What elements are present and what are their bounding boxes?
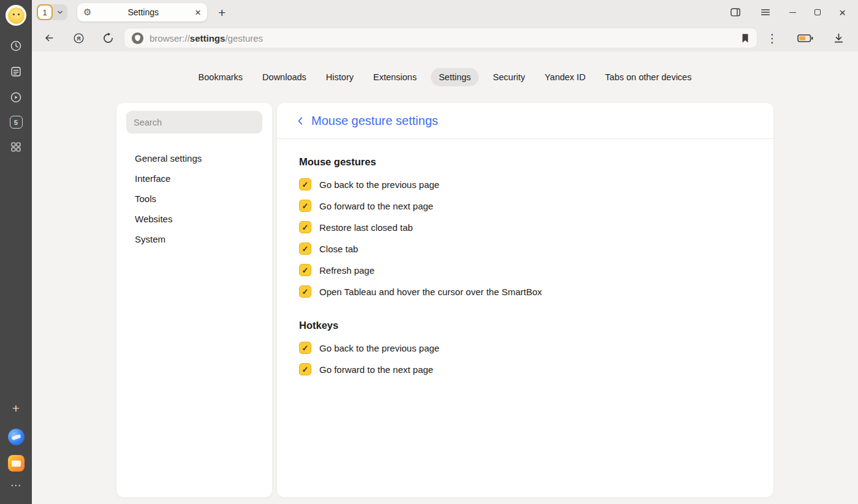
media-play-icon[interactable]: [9, 90, 23, 105]
checkbox-checked-icon[interactable]: ✓: [299, 363, 311, 375]
checkbox-checked-icon[interactable]: ✓: [299, 285, 311, 298]
url-host: settings: [190, 33, 226, 43]
option-row-go-back-to-the-previous-page[interactable]: ✓Go back to the previous page: [299, 342, 751, 354]
new-tab-button[interactable]: +: [218, 6, 226, 19]
checkbox-checked-icon[interactable]: ✓: [299, 264, 311, 276]
feed-icon[interactable]: [9, 64, 23, 79]
browser-toolbar: Я browser://settings/gestures ⋮: [32, 24, 858, 51]
option-label: Restore last closed tab: [319, 222, 413, 233]
tab-strip: 1 ⚙ Settings × + ×: [32, 0, 858, 24]
chevron-left-icon[interactable]: [295, 116, 306, 126]
back-button[interactable]: [40, 29, 58, 47]
option-label: Go back to the previous page: [319, 343, 439, 353]
address-bar[interactable]: browser://settings/gestures: [124, 28, 757, 48]
option-label: Close tab: [319, 244, 358, 254]
tab-group-badge[interactable]: 1: [37, 4, 53, 20]
option-row-go-forward-to-the-next-page[interactable]: ✓Go forward to the next page: [299, 363, 751, 375]
settings-page: BookmarksDownloadsHistoryExtensionsSetti…: [32, 51, 858, 504]
settings-panels: General settingsInterfaceToolsWebsitesSy…: [32, 103, 858, 504]
settings-category-interface[interactable]: Interface: [126, 168, 262, 189]
nav-item-settings[interactable]: Settings: [431, 68, 479, 86]
option-row-refresh-page[interactable]: ✓Refresh page: [299, 264, 751, 276]
checkbox-checked-icon[interactable]: ✓: [299, 178, 311, 190]
bookmark-icon[interactable]: [741, 33, 750, 43]
more-options-icon[interactable]: ⋮: [764, 29, 781, 47]
sidebar-rail: 5 + ⋯: [0, 0, 32, 504]
settings-category-general-settings[interactable]: General settings: [126, 148, 262, 168]
browser-window: 5 + ⋯ 1 ⚙ Settings × +: [0, 0, 858, 504]
checkbox-checked-icon[interactable]: ✓: [299, 243, 311, 255]
nav-item-yandex-id[interactable]: Yandex ID: [539, 68, 591, 86]
nav-item-downloads[interactable]: Downloads: [257, 68, 312, 86]
option-row-go-forward-to-the-next-page[interactable]: ✓Go forward to the next page: [299, 200, 751, 212]
minimize-button[interactable]: [789, 12, 796, 13]
nav-item-extensions[interactable]: Extensions: [368, 68, 422, 86]
menu-icon[interactable]: [760, 7, 771, 18]
option-label: Go forward to the next page: [319, 364, 433, 375]
settings-category-websites[interactable]: Websites: [126, 209, 262, 229]
close-tab-icon[interactable]: ×: [195, 7, 201, 18]
section-heading: Mouse gestures: [299, 156, 751, 168]
download-icon[interactable]: [830, 29, 847, 47]
settings-category-list: General settingsInterfaceToolsWebsitesSy…: [126, 148, 262, 249]
search-input[interactable]: [126, 111, 262, 134]
apps-grid-icon[interactable]: [9, 140, 23, 154]
settings-top-nav: BookmarksDownloadsHistoryExtensionsSetti…: [32, 51, 858, 103]
page-title: Mouse gesture settings: [311, 114, 438, 128]
battery-icon[interactable]: [797, 29, 814, 47]
avatar-image: [8, 7, 25, 24]
rail-more-icon[interactable]: ⋯: [9, 478, 23, 492]
tab-group-chip[interactable]: 1: [37, 4, 67, 20]
section-heading: Hotkeys: [299, 320, 751, 331]
content-header: Mouse gesture settings: [277, 103, 773, 139]
tab-title: Settings: [91, 7, 195, 17]
maximize-button[interactable]: [814, 9, 821, 15]
url-scheme: browser://: [150, 33, 190, 43]
checkbox-checked-icon[interactable]: ✓: [299, 342, 311, 354]
section-mouse-gestures: Mouse gestures✓Go back to the previous p…: [299, 156, 751, 298]
reload-button[interactable]: [99, 29, 116, 47]
profile-avatar[interactable]: [6, 5, 26, 26]
option-row-go-back-to-the-previous-page[interactable]: ✓Go back to the previous page: [299, 178, 751, 190]
checkbox-checked-icon[interactable]: ✓: [299, 221, 311, 233]
option-label: Go back to the previous page: [319, 179, 439, 190]
nav-item-history[interactable]: History: [321, 68, 359, 86]
svg-text:Я: Я: [77, 35, 80, 41]
chevron-down-icon[interactable]: [53, 4, 67, 20]
option-row-open-tableau-and-hover-the-cursor-over-the-smartbox[interactable]: ✓Open Tableau and hover the cursor over …: [299, 285, 751, 298]
nav-item-tabs-on-other-devices[interactable]: Tabs on other devices: [599, 68, 697, 86]
browser-logo-icon[interactable]: [8, 429, 25, 445]
option-row-restore-last-closed-tab[interactable]: ✓Restore last closed tab: [299, 221, 751, 233]
settings-sections: Mouse gestures✓Go back to the previous p…: [277, 139, 773, 497]
settings-category-system[interactable]: System: [126, 229, 262, 249]
url-path: /gestures: [225, 33, 263, 43]
protect-shield-icon[interactable]: [132, 32, 143, 44]
option-label: Refresh page: [319, 265, 374, 276]
option-row-close-tab[interactable]: ✓Close tab: [299, 243, 751, 255]
option-label: Open Tableau and hover the cursor over t…: [319, 287, 542, 297]
tab-counter-badge[interactable]: 5: [10, 116, 23, 129]
nav-item-security[interactable]: Security: [487, 68, 530, 86]
checkbox-checked-icon[interactable]: ✓: [299, 200, 311, 212]
settings-content-panel: Mouse gesture settings Mouse gestures✓Go…: [277, 103, 773, 497]
nav-item-bookmarks[interactable]: Bookmarks: [193, 68, 249, 86]
yandex-id-icon[interactable]: Я: [70, 29, 87, 47]
rail-add-icon[interactable]: +: [9, 401, 23, 415]
gear-icon: ⚙: [83, 7, 91, 18]
section-hotkeys: Hotkeys✓Go back to the previous page✓Go …: [299, 320, 751, 375]
option-label: Go forward to the next page: [319, 201, 433, 211]
settings-sidebar-panel: General settingsInterfaceToolsWebsitesSy…: [116, 103, 272, 497]
tab-settings[interactable]: ⚙ Settings ×: [77, 3, 207, 21]
close-window-button[interactable]: ×: [839, 7, 846, 18]
side-panel-icon[interactable]: [729, 6, 742, 18]
settings-category-tools[interactable]: Tools: [126, 189, 262, 209]
url-text: browser://settings/gestures: [150, 33, 263, 43]
history-icon[interactable]: [9, 39, 23, 53]
mail-app-icon[interactable]: [8, 455, 25, 472]
